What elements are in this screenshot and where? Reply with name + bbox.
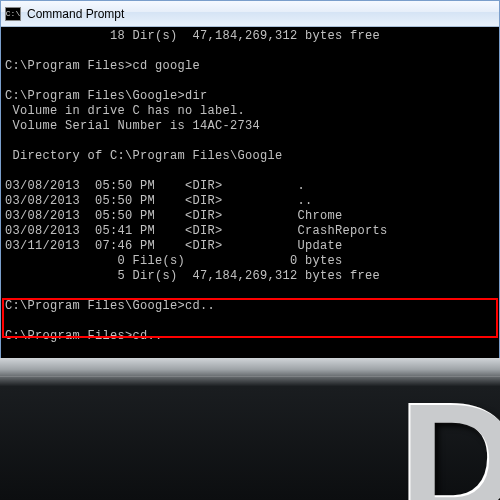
- line: Volume in drive C has no label.: [5, 104, 245, 118]
- prompt-line: C:\Program Files\Google>dir: [5, 89, 208, 103]
- line: Directory of C:\Program Files\Google: [5, 149, 283, 163]
- line: Volume Serial Number is 14AC-2734: [5, 119, 260, 133]
- cmd-icon-glyph: C:\: [6, 10, 20, 18]
- titlebar[interactable]: C:\ Command Prompt: [1, 1, 499, 27]
- command-prompt-window: C:\ Command Prompt 18 Dir(s) 47,184,269,…: [0, 0, 500, 407]
- prompt-line: C:\Program Files>cd google: [5, 59, 200, 73]
- prompt-line: C:\Program Files>cd..: [5, 329, 163, 343]
- dir-row: 03/08/2013 05:50 PM <DIR> .: [5, 179, 305, 193]
- line: 18 Dir(s) 47,184,269,312 bytes free: [5, 29, 380, 43]
- dir-row: 03/08/2013 05:50 PM <DIR> Chrome: [5, 209, 343, 223]
- desktop-background: D: [0, 358, 500, 500]
- cmd-icon: C:\: [5, 7, 21, 21]
- terminal-output[interactable]: 18 Dir(s) 47,184,269,312 bytes free C:\P…: [1, 27, 499, 406]
- dir-row: 03/08/2013 05:50 PM <DIR> ..: [5, 194, 313, 208]
- wallpaper-letter: D: [400, 368, 500, 500]
- dir-row: 03/11/2013 07:46 PM <DIR> Update: [5, 239, 343, 253]
- dir-row: 03/08/2013 05:41 PM <DIR> CrashReports: [5, 224, 388, 238]
- line: 0 File(s) 0 bytes: [5, 254, 343, 268]
- line: 5 Dir(s) 47,184,269,312 bytes free: [5, 269, 380, 283]
- window-title: Command Prompt: [27, 7, 124, 21]
- prompt-line: C:\Program Files\Google>cd..: [5, 299, 215, 313]
